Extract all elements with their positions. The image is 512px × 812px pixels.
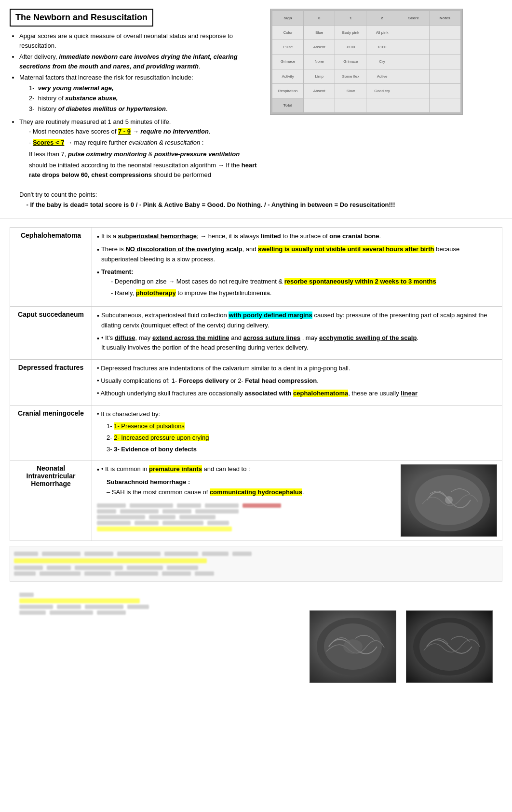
apgar-table-grid: Sign 0 1 2 Score Notes Color Blue Body p… (270, 9, 462, 114)
depressed-fractures-content: • Depressed fractures are indentations o… (92, 360, 502, 405)
tbl-r1c2: Blue (304, 26, 335, 40)
tbl-total4 (366, 98, 397, 112)
cranial-meningocele-content: • It is characterized by: 1- 1- Presence… (92, 405, 502, 460)
treatment-list: - Depending on zise → Most cases do not … (101, 277, 436, 298)
bottom-brain-image-1 (310, 610, 396, 683)
page-title: The Newborn and Resuscitation (10, 9, 153, 27)
cepha-bullet1: • It is a subperiosteal hemorrhage; → he… (97, 231, 497, 242)
niv-bullet1: • • It is common in premature infants an… (97, 464, 396, 475)
bottom-images-row (10, 586, 502, 688)
tbl-r2c3: <100 (335, 40, 366, 54)
dont-note: Don't try to count the points: - If the … (0, 188, 512, 214)
dash2: - Scores < 7 → may require further evalu… (19, 138, 265, 148)
cm-item2: 2- 2- Increased pressure upon crying (107, 433, 497, 443)
bottom-left-blurred (19, 593, 300, 615)
niv-sub-text: – SAH is the most common cause of commun… (107, 487, 396, 498)
tbl-r1c1: Color (272, 26, 303, 40)
blur-row4 (97, 521, 396, 525)
brain-alt-2 (406, 611, 492, 682)
neonatal-ivh-label: Neonatal Intraventricular Hemorrhage (10, 460, 92, 541)
tbl-r5c5 (398, 84, 429, 98)
yellow-bar-bottom (14, 558, 207, 563)
intro-bullet3: Maternal factors that increase the risk … (19, 73, 265, 113)
neonatal-ivh-row: Neonatal Intraventricular Hemorrhage • •… (10, 460, 502, 541)
caput-bullet2: • • It's diffuse, may extend across the … (97, 333, 497, 353)
tbl-r4c3: Some flex (335, 69, 366, 83)
tbl-h6: Notes (430, 11, 460, 25)
caput-bullet1: • Subcutaneous, extraperiosteal fluid co… (97, 311, 497, 331)
treat2: - Rarely, phototherapy to improve the hy… (111, 288, 436, 298)
bb-row1 (14, 552, 498, 556)
cm-intro: • It is characterized by: (97, 409, 497, 420)
tbl-r3c4: Cry (366, 54, 397, 68)
tbl-r5c4: Good cry (366, 84, 397, 98)
tbl-h5: Score (398, 11, 429, 25)
tbl-r1c5 (398, 26, 429, 40)
treat1: - Depending on zise → Most cases do not … (111, 277, 436, 287)
bottom-left (19, 591, 300, 619)
dash4: should be initiated according to the neo… (19, 161, 265, 179)
bl-row1 (19, 593, 300, 597)
df-bullet3: • Although underlying skull fractures ar… (97, 389, 497, 399)
tbl-r2c6 (430, 40, 460, 54)
bl-row2 (19, 605, 300, 609)
blur-row3 (97, 515, 396, 519)
cephalohematoma-label: Cephalohematoma (10, 227, 92, 306)
niv-sub-header: Subarachnoid hemorrhage : (107, 477, 396, 487)
caput-content: • Subcutaneous, extraperiosteal fluid co… (92, 306, 502, 359)
factor-1: 1- very young maternal age, (29, 83, 265, 93)
cephalohematoma-content: • It is a subperiosteal hemorrhage; → he… (92, 227, 502, 306)
tbl-r4c5 (398, 69, 429, 83)
apgar-table-image: Sign 0 1 2 Score Notes Color Blue Body p… (270, 9, 463, 115)
bl-row3 (19, 610, 300, 615)
main-divider (0, 218, 512, 218)
tbl-r1c3: Body pink (335, 26, 366, 40)
caput-row: Caput succedaneum • Subcutaneous, extrap… (10, 306, 502, 359)
tbl-r5c3: Slow (335, 84, 366, 98)
tbl-r5c6 (430, 84, 460, 98)
depressed-fractures-row: Depressed fractures • Depressed fracture… (10, 360, 502, 405)
tbl-h3: 1 (335, 11, 366, 25)
intro-bullet1: Apgar scores are a quick measure of over… (19, 31, 265, 50)
tbl-r4c2: Limp (304, 69, 335, 83)
bb-row3 (14, 571, 498, 576)
tbl-r2c2: Absent (304, 40, 335, 54)
tbl-r2c5 (398, 40, 429, 54)
niv-sub: Subarachnoid hemorrhage : – SAH is the m… (97, 477, 396, 498)
brain-svg (403, 465, 495, 535)
tbl-r1c6 (430, 26, 460, 40)
dash3: If less than 7, pulse oximetry monitorin… (19, 149, 265, 159)
blur-row1 (97, 503, 396, 508)
page: The Newborn and Resuscitation Apgar scor… (0, 0, 512, 812)
cephalohematoma-row: Cephalohematoma • It is a subperiosteal … (10, 227, 502, 306)
caput-label: Caput succedaneum (10, 306, 92, 359)
conditions-table: Cephalohematoma • It is a subperiosteal … (10, 227, 502, 541)
intro-list: Apgar scores are a quick measure of over… (10, 31, 265, 179)
top-section: The Newborn and Resuscitation Apgar scor… (0, 0, 512, 188)
df-bullet1: • Depressed fractures are indentations o… (97, 364, 497, 374)
maternal-factors-list: 1- very young maternal age, 2- history o… (19, 83, 265, 114)
blur-row2 (97, 509, 396, 514)
brain-img-inner (401, 465, 497, 536)
left-content: The Newborn and Resuscitation Apgar scor… (10, 9, 265, 183)
cepha-treatment: • Treatment: - Depending on zise → Most … (97, 267, 497, 300)
tbl-total3 (335, 98, 366, 112)
tbl-r3c2: None (304, 54, 335, 68)
cm-item1: 1- 1- Presence of pulsations (107, 421, 497, 432)
bottom-brain-image-2 (406, 610, 493, 683)
bb-row2 (14, 566, 498, 570)
neonatal-row-inner: • • It is common in premature infants an… (97, 464, 497, 537)
df-bullet2: • Usually complications of: 1- Forceps d… (97, 376, 497, 386)
neonatal-ivh-content: • • It is common in premature infants an… (92, 460, 502, 541)
tbl-h2: 0 (304, 11, 335, 25)
tbl-r4c6 (430, 69, 460, 83)
dash1: - Most neonates have scores of 7 - 9 → r… (19, 127, 265, 136)
tbl-total5 (398, 98, 429, 112)
neonatal-text: • • It is common in premature infants an… (97, 464, 396, 537)
brain-svg-3 (408, 613, 490, 680)
svg-point-2 (445, 496, 453, 504)
main-content: Cephalohematoma • It is a subperiosteal … (0, 222, 512, 697)
yellow-bar1 (97, 527, 232, 531)
tbl-r3c3: Grimace (335, 54, 366, 68)
tbl-r3c5 (398, 54, 429, 68)
